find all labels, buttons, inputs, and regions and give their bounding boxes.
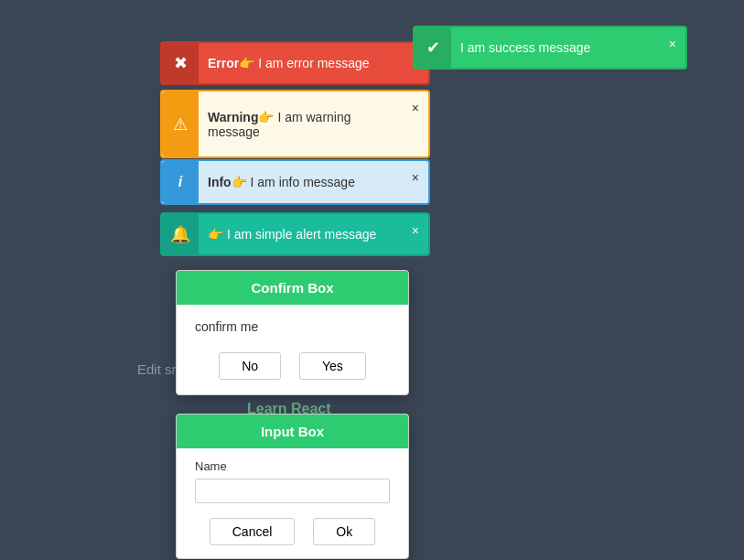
- info-message: I am info message: [251, 175, 355, 189]
- alert-simple: 🔔 👉 I am simple alert message ×: [160, 212, 430, 256]
- simple-close-button[interactable]: ×: [403, 218, 428, 243]
- input-box-title: Input Box: [177, 415, 408, 448]
- info-icon: i: [162, 161, 199, 203]
- input-box-name-label: Name: [195, 459, 390, 473]
- warning-emoji: 👉: [258, 110, 274, 124]
- success-message: I am success message: [460, 40, 590, 55]
- error-message: I am error message: [258, 56, 369, 70]
- warning-icon: ⚠: [162, 92, 199, 156]
- input-box-buttons: Cancel Ok: [177, 518, 408, 558]
- alert-error: ✖ Error👉 I am error message: [160, 41, 430, 85]
- error-body: Error👉 I am error message: [199, 48, 428, 78]
- info-body: Info👉 I am info message: [199, 167, 403, 197]
- input-box-body: Name: [177, 448, 408, 518]
- confirm-box-message: confirm me: [177, 305, 408, 352]
- input-cancel-button[interactable]: Cancel: [210, 518, 296, 545]
- warning-body: Warning👉 I am warning message: [199, 102, 403, 146]
- error-icon: ✖: [162, 43, 199, 83]
- error-label: Error: [208, 56, 239, 70]
- confirm-no-button[interactable]: No: [219, 352, 281, 380]
- input-ok-button[interactable]: Ok: [313, 518, 375, 545]
- info-label: Info: [208, 175, 232, 189]
- success-icon: ✔: [415, 27, 451, 68]
- warning-label: Warning: [208, 110, 258, 124]
- confirm-box-title: Confirm Box: [177, 271, 408, 305]
- simple-emoji: 👉: [208, 227, 223, 242]
- input-box-name-field[interactable]: [195, 479, 390, 503]
- alert-info: i Info👉 I am info message ×: [160, 159, 430, 205]
- error-emoji: 👉: [239, 56, 254, 70]
- simple-icon: 🔔: [162, 214, 199, 254]
- success-close-button[interactable]: ×: [660, 31, 685, 57]
- confirm-box: Confirm Box confirm me No Yes: [176, 270, 409, 395]
- confirm-yes-button[interactable]: Yes: [299, 352, 366, 380]
- simple-body: 👉 I am simple alert message: [199, 220, 403, 249]
- confirm-box-buttons: No Yes: [177, 352, 408, 394]
- alert-warning: ⚠ Warning👉 I am warning message ×: [160, 90, 430, 158]
- info-close-button[interactable]: ×: [403, 165, 428, 190]
- input-box: Input Box Name Cancel Ok: [176, 414, 409, 559]
- success-body: I am success message: [451, 33, 660, 62]
- alert-success: ✔ I am success message ×: [413, 26, 687, 70]
- simple-message: I am simple alert message: [227, 227, 376, 242]
- warning-close-button[interactable]: ×: [403, 95, 428, 121]
- info-emoji: 👉: [232, 175, 247, 189]
